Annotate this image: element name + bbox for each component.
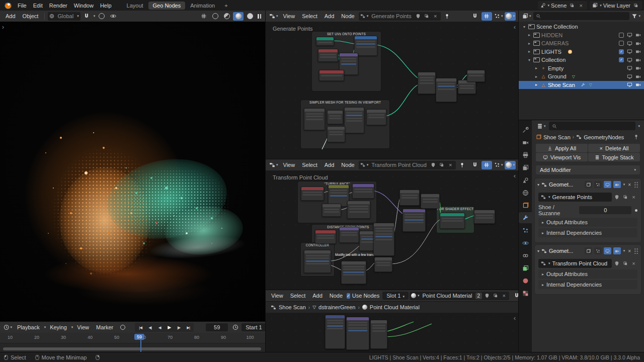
horizontal-scrollbar[interactable] <box>3 347 261 350</box>
context-object-name[interactable]: Shoe Scan <box>543 134 571 140</box>
auto-key-record-icon[interactable] <box>117 323 128 332</box>
menu-marker[interactable]: Marker <box>93 323 116 331</box>
apply-all-button[interactable]: Apply All <box>536 144 588 152</box>
outliner-row-hidden[interactable]: ▸ HIDDEN <box>519 31 644 40</box>
outliner-row-lights[interactable]: ▸ LIGHTS ✓ <box>519 48 644 56</box>
unlink-icon[interactable]: × <box>447 161 454 169</box>
sidebar-collapse-icon[interactable]: ‹ <box>514 25 516 30</box>
hide-viewport-icon[interactable] <box>627 32 632 38</box>
preview-range-clock-icon[interactable] <box>230 323 240 332</box>
modifier-header[interactable]: ▾ Geomet... ▾ × <box>535 245 641 257</box>
shading-solid-icon[interactable] <box>221 12 232 21</box>
snapping-magnet-icon[interactable] <box>470 161 480 169</box>
menu-select[interactable]: Select <box>299 161 320 169</box>
menu-node[interactable]: Node <box>338 161 357 169</box>
slot-dropdown[interactable]: Slot 1 ▾ <box>382 292 409 300</box>
unlink-icon[interactable]: × <box>630 260 637 267</box>
tab-particles-icon[interactable] <box>519 225 532 236</box>
tab-object-icon[interactable] <box>519 200 532 211</box>
hide-viewport-icon[interactable] <box>627 82 632 87</box>
toggle-stack-button[interactable]: Toggle Stack <box>588 153 640 161</box>
expand-icon[interactable]: ▸ <box>534 82 539 87</box>
node[interactable] <box>440 213 465 229</box>
shading-material-icon[interactable] <box>233 12 244 21</box>
hide-viewport-icon[interactable] <box>627 41 632 46</box>
editor-type-icon[interactable]: ▾ <box>3 323 13 332</box>
menu-window[interactable]: Window <box>71 2 97 10</box>
geo2-canvas[interactable]: "TURBULANCE" DISTANCE FROM POINTS CONTRO… <box>266 170 518 290</box>
exclude-checkbox[interactable]: ✓ <box>619 49 624 54</box>
frame-start-field[interactable]: Start 1 <box>242 323 265 331</box>
node[interactable] <box>319 70 344 81</box>
snapping-magnet-icon[interactable] <box>82 12 92 21</box>
snapping-magnet-icon[interactable] <box>470 12 480 21</box>
snap-target-dropdown[interactable]: ▾ <box>493 161 504 169</box>
menu-add[interactable]: Add <box>321 12 338 20</box>
geo1-canvas[interactable]: SET UVs ONTO POINTS SIMPLER MESH FOR TES… <box>266 22 518 159</box>
material-selector[interactable]: ▾ Point Cloud Material 2 × <box>410 292 509 300</box>
viewport-canvas[interactable]: › <box>0 22 265 321</box>
disable-render-icon[interactable] <box>635 57 641 63</box>
drag-handle-icon[interactable] <box>634 248 638 254</box>
prev-keyframe-button[interactable]: ◀| <box>145 323 154 331</box>
expand-icon[interactable]: ▾ <box>527 58 532 62</box>
tab-animation[interactable]: Animation <box>186 2 219 10</box>
fake-user-shield-icon[interactable] <box>430 161 437 169</box>
play-button[interactable]: ▶ <box>165 323 174 331</box>
menu-view[interactable]: View <box>74 323 92 331</box>
duplicate-icon[interactable] <box>492 292 499 300</box>
cage-toggle-icon[interactable] <box>594 181 602 188</box>
cage-toggle-icon[interactable] <box>594 247 602 254</box>
realtime-toggle-icon[interactable] <box>604 247 611 254</box>
overlays-toggle-icon[interactable] <box>198 12 209 21</box>
proportional-edit-icon[interactable] <box>96 12 107 21</box>
expand-icon[interactable]: ▾ <box>522 25 527 29</box>
menu-add[interactable]: Add <box>309 292 326 300</box>
menu-node[interactable]: Node <box>327 292 346 300</box>
duplicate-icon[interactable] <box>423 13 431 20</box>
pause-icon[interactable] <box>256 12 263 21</box>
outliner-row-cameras[interactable]: ▸ CAMERAS <box>519 39 644 48</box>
render-toggle-icon[interactable] <box>613 247 621 254</box>
node[interactable] <box>399 190 420 206</box>
playhead-label[interactable]: 59 <box>134 334 144 340</box>
filter-icon[interactable]: ▾ <box>630 12 641 21</box>
menu-render[interactable]: Render <box>46 2 70 10</box>
outliner-row-collection[interactable]: ▾ Collection ✓ <box>519 56 644 64</box>
internal-dependencies-section[interactable]: ▸ Internal Dependencies <box>538 280 637 289</box>
outliner-row-empty[interactable]: ▸ + Empty <box>519 64 644 73</box>
delete-all-button[interactable]: ×Delete All <box>588 144 640 152</box>
filter-dropdown-icon[interactable]: ▾ <box>638 124 640 128</box>
node-group-selector[interactable]: ▾ Transform Point Cloud <box>538 259 612 268</box>
sidebar-collapse-icon[interactable]: ‹ <box>514 173 516 178</box>
node-group-selector[interactable]: ▾ Generate Points <box>538 193 612 202</box>
new-view-layer-icon[interactable] <box>632 2 639 9</box>
unlink-scene-icon[interactable]: × <box>577 2 585 9</box>
modifier-name[interactable]: Geomet... <box>549 182 573 188</box>
menu-view[interactable]: View <box>268 292 286 300</box>
add-workspace-button[interactable]: + <box>220 2 232 10</box>
fake-user-shield-icon[interactable] <box>613 194 620 201</box>
expand-icon[interactable]: ▾ <box>537 249 539 253</box>
tab-render-icon[interactable] <box>519 137 532 148</box>
menu-node[interactable]: Node <box>338 12 357 20</box>
expand-icon[interactable]: ▸ <box>527 41 532 46</box>
tab-physics-icon[interactable] <box>519 237 532 248</box>
disable-render-icon[interactable] <box>635 65 641 71</box>
snapping-dropdown-icon[interactable]: ▾ <box>94 14 96 18</box>
use-nodes-checkbox[interactable]: ✓ <box>347 293 350 299</box>
expand-icon[interactable]: ▸ <box>527 33 532 37</box>
properties-editor-icon[interactable]: ▾ <box>536 122 547 130</box>
hide-viewport-icon[interactable] <box>627 49 632 54</box>
exclude-checkbox[interactable] <box>619 33 624 38</box>
extras-dropdown-icon[interactable]: ▾ <box>623 183 625 187</box>
disable-render-icon[interactable] <box>635 82 641 87</box>
expand-icon[interactable]: ▸ <box>527 49 532 54</box>
modifier-header[interactable]: ▾ Geomet... ▾ × <box>535 178 641 191</box>
material-users-count[interactable]: 2 <box>475 293 482 299</box>
node[interactable] <box>327 126 345 142</box>
input-value-field[interactable]: 0 <box>579 206 631 214</box>
shading-rendered-icon[interactable] <box>245 12 255 21</box>
node[interactable] <box>304 108 325 130</box>
exclude-checkbox[interactable] <box>619 41 624 46</box>
